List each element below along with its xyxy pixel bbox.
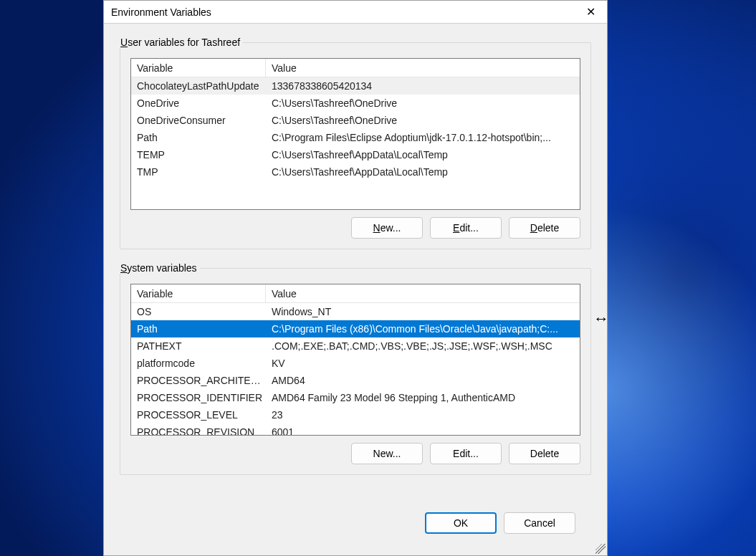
column-header-variable[interactable]: Variable (131, 59, 266, 77)
cell-value: AMD64 (266, 375, 580, 386)
cell-value: 6001 (266, 426, 580, 435)
cell-value: C:\Users\Tashreef\AppData\Local\Temp (266, 149, 580, 160)
cell-variable: TEMP (131, 149, 266, 160)
cell-value: 23 (266, 409, 580, 421)
cell-variable: PROCESSOR_REVISION (131, 426, 266, 435)
table-row[interactable]: ChocolateyLastPathUpdate1336783386054201… (131, 77, 580, 95)
cell-value: C:\Program Files (x86)\Common Files\Orac… (266, 323, 580, 335)
table-row[interactable]: platformcodeKV (131, 355, 580, 372)
close-icon: ✕ (586, 5, 595, 19)
cell-variable: Path (131, 132, 266, 143)
table-row[interactable]: PathC:\Program Files\Eclipse Adoptium\jd… (131, 129, 580, 146)
table-row[interactable]: TEMPC:\Users\Tashreef\AppData\Local\Temp (131, 146, 580, 163)
user-variables-list[interactable]: Variable Value ChocolateyLastPathUpdate1… (130, 58, 580, 210)
column-header-value[interactable]: Value (266, 62, 580, 74)
table-row[interactable]: OneDriveConsumerC:\Users\Tashreef\OneDri… (131, 112, 580, 129)
cell-value: C:\Program Files\Eclipse Adoptium\jdk-17… (266, 132, 580, 143)
system-edit-button[interactable]: Edit... (430, 443, 502, 464)
resize-grip[interactable] (595, 544, 606, 554)
cell-value: KV (266, 358, 580, 369)
titlebar: Environment Variables ✕ (104, 1, 607, 24)
table-row[interactable]: PROCESSOR_LEVEL23 (131, 406, 580, 423)
dialog-title: Environment Variables (111, 6, 574, 18)
system-variables-group: System variables Variable Value OSWindow… (120, 262, 591, 475)
cell-value: 133678338605420134 (266, 80, 580, 92)
cell-variable: TMP (131, 166, 266, 178)
cell-variable: OneDriveConsumer (131, 115, 266, 126)
column-header-value[interactable]: Value (266, 288, 580, 299)
list-header: Variable Value (131, 59, 580, 77)
user-new-button[interactable]: New... (351, 217, 423, 239)
close-button[interactable]: ✕ (574, 1, 607, 23)
list-header: Variable Value (131, 284, 580, 303)
cell-variable: platformcode (131, 358, 266, 369)
system-variables-list[interactable]: Variable Value OSWindows_NTPathC:\Progra… (130, 284, 580, 436)
user-variables-group: User variables for Tashreef Variable Val… (120, 37, 591, 249)
ok-button[interactable]: OK (425, 512, 497, 534)
system-delete-button[interactable]: Delete (509, 443, 580, 464)
system-variables-legend: System variables (118, 262, 200, 274)
cancel-button[interactable]: Cancel (504, 512, 575, 534)
table-row[interactable]: TMPC:\Users\Tashreef\AppData\Local\Temp (131, 163, 580, 181)
cell-value: .COM;.EXE;.BAT;.CMD;.VBS;.VBE;.JS;.JSE;.… (266, 340, 580, 352)
table-row[interactable]: PROCESSOR_REVISION6001 (131, 423, 580, 435)
table-row[interactable]: OneDriveC:\Users\Tashreef\OneDrive (131, 95, 580, 112)
cell-value: Windows_NT (266, 306, 580, 317)
column-header-variable[interactable]: Variable (131, 284, 266, 302)
table-row[interactable]: PATHEXT.COM;.EXE;.BAT;.CMD;.VBS;.VBE;.JS… (131, 337, 580, 355)
cell-variable: PROCESSOR_IDENTIFIER (131, 392, 266, 403)
cell-value: C:\Users\Tashreef\AppData\Local\Temp (266, 166, 580, 178)
cell-variable: PROCESSOR_LEVEL (131, 409, 266, 421)
cell-variable: PROCESSOR_ARCHITECTU... (131, 375, 266, 386)
table-row[interactable]: PROCESSOR_ARCHITECTU...AMD64 (131, 372, 580, 389)
cell-variable: PATHEXT (131, 340, 266, 352)
cell-value: C:\Users\Tashreef\OneDrive (266, 97, 580, 109)
table-row[interactable]: OSWindows_NT (131, 303, 580, 320)
cell-value: AMD64 Family 23 Model 96 Stepping 1, Aut… (266, 392, 580, 403)
cell-variable: OneDrive (131, 97, 266, 109)
environment-variables-dialog: Environment Variables ✕ User variables f… (103, 0, 608, 556)
cell-variable: OS (131, 306, 266, 317)
cell-variable: Path (131, 323, 266, 335)
system-new-button[interactable]: New... (351, 443, 423, 464)
cell-variable: ChocolateyLastPathUpdate (131, 80, 266, 92)
cell-value: C:\Users\Tashreef\OneDrive (266, 115, 580, 126)
table-row[interactable]: PROCESSOR_IDENTIFIERAMD64 Family 23 Mode… (131, 389, 580, 406)
user-edit-button[interactable]: Edit... (430, 217, 502, 239)
user-variables-legend: User variables for Tashreef (118, 37, 243, 48)
table-row[interactable]: PathC:\Program Files (x86)\Common Files\… (131, 320, 580, 337)
user-delete-button[interactable]: Delete (509, 217, 580, 239)
